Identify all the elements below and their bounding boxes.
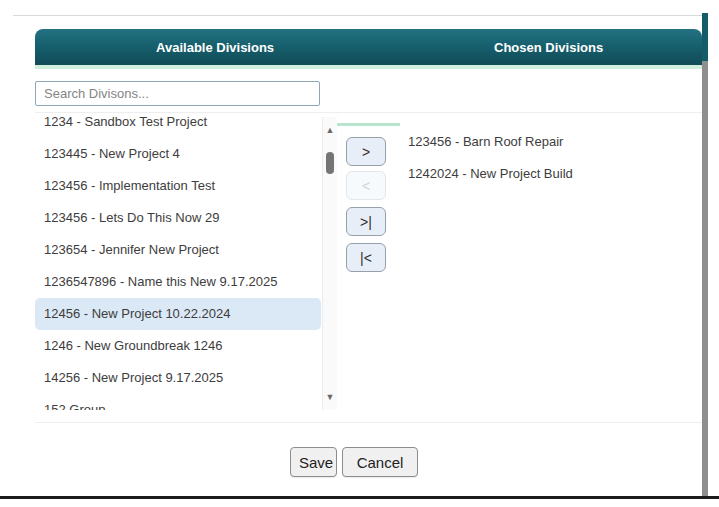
available-divisions-header-label: Available Divisions <box>35 40 395 55</box>
available-division-item[interactable]: 123654 - Jennifer New Project <box>35 234 321 266</box>
transfer-accent-line <box>337 123 400 126</box>
search-divisions-input[interactable] <box>35 81 320 106</box>
available-division-item[interactable]: 1246 - New Groundbreak 1246 <box>35 330 321 362</box>
scroll-down-icon[interactable]: ▼ <box>323 392 337 402</box>
page-top-edge <box>13 15 706 16</box>
dual-list-header: Available Divisions Chosen Divisions <box>35 29 702 65</box>
move-all-right-button[interactable]: >| <box>346 207 386 236</box>
scroll-thumb[interactable] <box>326 152 334 174</box>
available-division-item[interactable]: 152 Group <box>35 394 321 410</box>
available-division-item[interactable]: 1234 - Sandbox Test Project <box>35 117 321 138</box>
cancel-button[interactable]: Cancel <box>342 447 418 477</box>
available-division-item[interactable]: 123456 - Lets Do This Now 29 <box>35 202 321 234</box>
page-bottom-edge <box>0 496 719 499</box>
available-division-item[interactable]: 14256 - New Project 9.17.2025 <box>35 362 321 394</box>
chosen-divisions-list: 123456 - Barn Roof Repair1242024 - New P… <box>400 126 698 410</box>
chosen-division-item[interactable]: 1242024 - New Project Build <box>400 158 698 190</box>
available-division-item[interactable]: 123445 - New Project 4 <box>35 138 321 170</box>
save-button[interactable]: Save <box>290 447 337 477</box>
transfer-button-group: ><>||< <box>346 137 386 277</box>
header-underline <box>35 65 702 69</box>
chosen-divisions-header-label: Chosen Divisions <box>395 40 702 55</box>
available-division-item[interactable]: 123456 - Implementation Test <box>35 170 321 202</box>
move-selected-left-button[interactable]: < <box>346 171 386 200</box>
background-header-fragment <box>702 13 708 61</box>
move-all-left-button[interactable]: |< <box>346 243 386 272</box>
background-page-scrollbar <box>702 13 708 496</box>
move-selected-right-button[interactable]: > <box>346 137 386 166</box>
available-list-scrollbar[interactable]: ▲ ▼ <box>322 117 337 410</box>
available-divisions-list: 1234 - Sandbox Test Project123445 - New … <box>35 117 321 410</box>
available-division-item[interactable]: 1236547896 - Name this New 9.17.2025 <box>35 266 321 298</box>
chosen-division-item[interactable]: 123456 - Barn Roof Repair <box>400 126 698 158</box>
available-division-item[interactable]: 12456 - New Project 10.22.2024 <box>35 298 321 330</box>
scroll-up-icon[interactable]: ▲ <box>323 125 337 135</box>
